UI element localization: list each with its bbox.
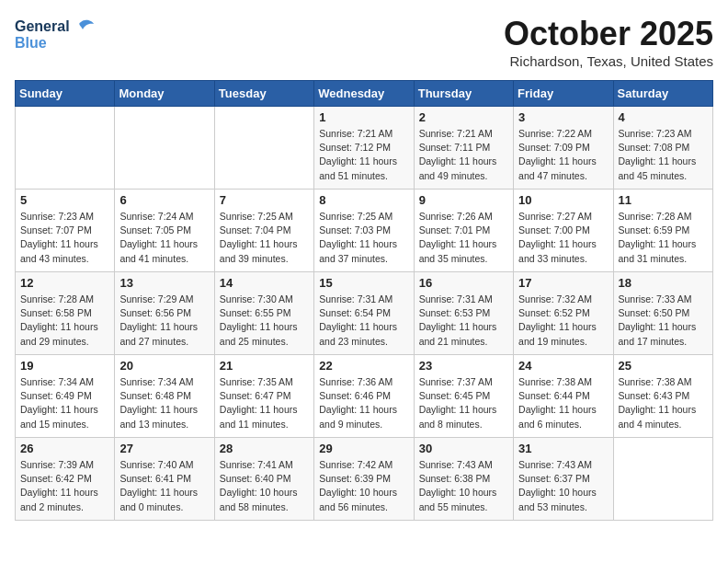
calendar-cell: 12Sunrise: 7:28 AM Sunset: 6:58 PM Dayli…	[16, 272, 115, 355]
calendar-cell: 2Sunrise: 7:21 AM Sunset: 7:11 PM Daylig…	[414, 107, 513, 190]
day-info: Sunrise: 7:21 AM Sunset: 7:12 PM Dayligh…	[319, 127, 408, 183]
day-number: 23	[419, 359, 508, 373]
calendar-cell: 31Sunrise: 7:43 AM Sunset: 6:37 PM Dayli…	[514, 438, 613, 521]
location: Richardson, Texas, United States	[504, 53, 713, 69]
title-block: October 2025 Richardson, Texas, United S…	[504, 15, 713, 69]
calendar-cell: 4Sunrise: 7:23 AM Sunset: 7:08 PM Daylig…	[613, 107, 712, 190]
header-tuesday: Tuesday	[214, 81, 313, 107]
calendar-cell: 27Sunrise: 7:40 AM Sunset: 6:41 PM Dayli…	[115, 438, 214, 521]
day-number: 8	[319, 193, 408, 207]
day-info: Sunrise: 7:31 AM Sunset: 6:54 PM Dayligh…	[319, 293, 408, 349]
calendar-cell	[16, 107, 115, 190]
day-info: Sunrise: 7:23 AM Sunset: 7:07 PM Dayligh…	[20, 210, 109, 266]
logo: General Blue	[15, 15, 97, 56]
day-info: Sunrise: 7:27 AM Sunset: 7:00 PM Dayligh…	[518, 210, 608, 266]
day-info: Sunrise: 7:32 AM Sunset: 6:52 PM Dayligh…	[518, 293, 608, 349]
week-row-3: 19Sunrise: 7:34 AM Sunset: 6:49 PM Dayli…	[16, 355, 713, 438]
calendar-cell: 7Sunrise: 7:25 AM Sunset: 7:04 PM Daylig…	[214, 190, 313, 272]
calendar-cell: 11Sunrise: 7:28 AM Sunset: 6:59 PM Dayli…	[613, 190, 712, 272]
day-info: Sunrise: 7:34 AM Sunset: 6:48 PM Dayligh…	[119, 375, 209, 431]
day-number: 30	[419, 442, 508, 455]
day-info: Sunrise: 7:28 AM Sunset: 6:59 PM Dayligh…	[619, 210, 708, 266]
calendar-cell: 22Sunrise: 7:36 AM Sunset: 6:46 PM Dayli…	[314, 355, 414, 438]
calendar-cell: 30Sunrise: 7:43 AM Sunset: 6:38 PM Dayli…	[414, 438, 513, 521]
header-thursday: Thursday	[414, 81, 513, 107]
day-number: 27	[119, 442, 209, 455]
logo-svg: General Blue	[15, 15, 97, 56]
day-number: 19	[20, 359, 109, 373]
week-row-4: 26Sunrise: 7:39 AM Sunset: 6:42 PM Dayli…	[16, 438, 713, 521]
day-number: 7	[220, 193, 309, 207]
header-saturday: Saturday	[613, 81, 712, 107]
calendar-cell: 26Sunrise: 7:39 AM Sunset: 6:42 PM Dayli…	[16, 438, 115, 521]
day-number: 9	[419, 193, 508, 207]
day-info: Sunrise: 7:42 AM Sunset: 6:39 PM Dayligh…	[319, 458, 408, 514]
day-info: Sunrise: 7:37 AM Sunset: 6:45 PM Dayligh…	[419, 375, 508, 431]
day-number: 6	[119, 193, 209, 207]
calendar-cell: 5Sunrise: 7:23 AM Sunset: 7:07 PM Daylig…	[16, 190, 115, 272]
day-number: 4	[619, 110, 708, 124]
day-number: 16	[419, 276, 508, 290]
day-info: Sunrise: 7:24 AM Sunset: 7:05 PM Dayligh…	[119, 210, 209, 266]
day-number: 21	[220, 359, 309, 373]
day-info: Sunrise: 7:40 AM Sunset: 6:41 PM Dayligh…	[119, 458, 209, 514]
day-info: Sunrise: 7:33 AM Sunset: 6:50 PM Dayligh…	[619, 293, 708, 349]
day-info: Sunrise: 7:41 AM Sunset: 6:40 PM Dayligh…	[220, 458, 309, 514]
day-number: 24	[518, 359, 608, 373]
day-info: Sunrise: 7:30 AM Sunset: 6:55 PM Dayligh…	[220, 293, 309, 349]
day-number: 1	[319, 110, 408, 124]
calendar-cell: 8Sunrise: 7:25 AM Sunset: 7:03 PM Daylig…	[314, 190, 414, 272]
day-number: 2	[419, 110, 508, 124]
day-number: 5	[20, 193, 109, 207]
calendar-cell	[115, 107, 214, 190]
calendar-cell: 21Sunrise: 7:35 AM Sunset: 6:47 PM Dayli…	[214, 355, 313, 438]
day-number: 15	[319, 276, 408, 290]
day-number: 18	[619, 276, 708, 290]
calendar-cell: 19Sunrise: 7:34 AM Sunset: 6:49 PM Dayli…	[16, 355, 115, 438]
calendar-cell: 23Sunrise: 7:37 AM Sunset: 6:45 PM Dayli…	[414, 355, 513, 438]
day-info: Sunrise: 7:28 AM Sunset: 6:58 PM Dayligh…	[20, 293, 109, 349]
day-info: Sunrise: 7:38 AM Sunset: 6:43 PM Dayligh…	[619, 375, 708, 431]
week-row-2: 12Sunrise: 7:28 AM Sunset: 6:58 PM Dayli…	[16, 272, 713, 355]
calendar-cell: 1Sunrise: 7:21 AM Sunset: 7:12 PM Daylig…	[314, 107, 414, 190]
calendar-cell: 3Sunrise: 7:22 AM Sunset: 7:09 PM Daylig…	[514, 107, 613, 190]
day-info: Sunrise: 7:21 AM Sunset: 7:11 PM Dayligh…	[419, 127, 508, 183]
day-number: 14	[220, 276, 309, 290]
calendar-cell: 9Sunrise: 7:26 AM Sunset: 7:01 PM Daylig…	[414, 190, 513, 272]
day-info: Sunrise: 7:39 AM Sunset: 6:42 PM Dayligh…	[20, 458, 109, 514]
day-number: 12	[20, 276, 109, 290]
calendar-cell: 29Sunrise: 7:42 AM Sunset: 6:39 PM Dayli…	[314, 438, 414, 521]
day-info: Sunrise: 7:22 AM Sunset: 7:09 PM Dayligh…	[518, 127, 608, 183]
day-number: 22	[319, 359, 408, 373]
day-info: Sunrise: 7:38 AM Sunset: 6:44 PM Dayligh…	[518, 375, 608, 431]
calendar-cell: 15Sunrise: 7:31 AM Sunset: 6:54 PM Dayli…	[314, 272, 414, 355]
header-friday: Friday	[514, 81, 613, 107]
day-number: 10	[518, 193, 608, 207]
calendar-cell: 13Sunrise: 7:29 AM Sunset: 6:56 PM Dayli…	[115, 272, 214, 355]
day-info: Sunrise: 7:31 AM Sunset: 6:53 PM Dayligh…	[419, 293, 508, 349]
day-number: 13	[119, 276, 209, 290]
day-number: 26	[20, 442, 109, 455]
day-number: 17	[518, 276, 608, 290]
day-info: Sunrise: 7:26 AM Sunset: 7:01 PM Dayligh…	[419, 210, 508, 266]
day-info: Sunrise: 7:29 AM Sunset: 6:56 PM Dayligh…	[119, 293, 209, 349]
week-row-1: 5Sunrise: 7:23 AM Sunset: 7:07 PM Daylig…	[16, 190, 713, 272]
calendar-header-row: SundayMondayTuesdayWednesdayThursdayFrid…	[16, 81, 713, 107]
calendar-cell: 18Sunrise: 7:33 AM Sunset: 6:50 PM Dayli…	[613, 272, 712, 355]
calendar-table: SundayMondayTuesdayWednesdayThursdayFrid…	[15, 80, 713, 521]
day-info: Sunrise: 7:35 AM Sunset: 6:47 PM Dayligh…	[220, 375, 309, 431]
header-sunday: Sunday	[16, 81, 115, 107]
day-number: 20	[119, 359, 209, 373]
month-title: October 2025	[504, 15, 713, 53]
day-number: 25	[619, 359, 708, 373]
day-number: 31	[518, 442, 608, 455]
day-info: Sunrise: 7:23 AM Sunset: 7:08 PM Dayligh…	[619, 127, 708, 183]
page-header: General Blue October 2025 Richardson, Te…	[15, 15, 713, 69]
week-row-0: 1Sunrise: 7:21 AM Sunset: 7:12 PM Daylig…	[16, 107, 713, 190]
calendar-cell	[613, 438, 712, 521]
header-monday: Monday	[115, 81, 214, 107]
calendar-cell: 25Sunrise: 7:38 AM Sunset: 6:43 PM Dayli…	[613, 355, 712, 438]
calendar-cell: 24Sunrise: 7:38 AM Sunset: 6:44 PM Dayli…	[514, 355, 613, 438]
day-info: Sunrise: 7:25 AM Sunset: 7:04 PM Dayligh…	[220, 210, 309, 266]
day-info: Sunrise: 7:34 AM Sunset: 6:49 PM Dayligh…	[20, 375, 109, 431]
